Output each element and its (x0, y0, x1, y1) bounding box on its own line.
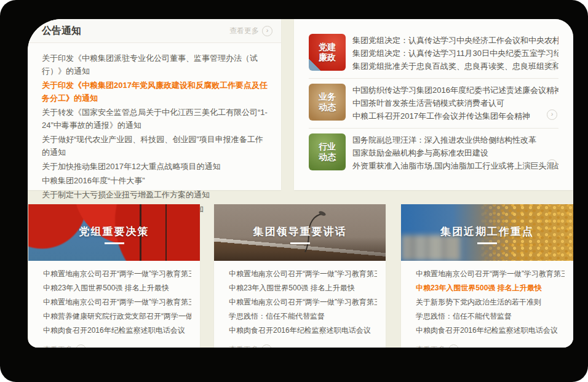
card-item[interactable]: 中粮置地南京公司召开“两学一做”学习教育第三 ... (43, 269, 191, 279)
announcement-item[interactable]: 关于印发《中粮集团派驻专业化公司董事、监事管理办法（试行）》的通知 (42, 52, 268, 78)
news-list: 国务院副总理汪洋：深入推进农业供给侧结构性改革 国家鼓励金融机构参与高标准农田建… (352, 133, 558, 172)
news-item[interactable]: 国家鼓励金融机构参与高标准农田建设 (352, 146, 558, 159)
news-section-party-building: 党建 廉政 集团党组决定：认真传达学习中央经济工作会议和中央农村工作委员会...… (309, 29, 558, 78)
chevron-right-icon: › (76, 344, 86, 348)
title-underline (105, 242, 124, 244)
chevron-right-icon: › (261, 344, 272, 348)
card-item[interactable]: 中粮置地南京公司召开“两学一做”学习教育第三 ... (229, 297, 377, 308)
badge-label: 党建 (319, 42, 336, 52)
title-underline (290, 242, 310, 244)
card-item[interactable]: 中粮营养健康研究院行政党支部召开“两学一做” ... (43, 311, 191, 322)
announcement-item[interactable]: 关于转发《国家安全监管总局关于中化江西三美化工有限公司“1-24”中毒事故的通报… (42, 106, 268, 132)
card-item[interactable]: 学思践悟：信任不能代替监督 (229, 311, 377, 322)
card-item[interactable]: 中粮23年入围世界500强 排名上升最快 (43, 283, 191, 293)
card-item-highlighted[interactable]: 中粮23年入围世界500强 排名上升最快 (416, 283, 565, 293)
industry-news-badge[interactable]: 行业 动态 (309, 133, 346, 170)
announcements-title: 公告通知 (42, 25, 229, 38)
card-item[interactable]: 中粮肉食召开2016年纪检监察述职电话会议 (229, 325, 377, 336)
chevron-right-icon: › (262, 26, 272, 36)
card-hero-red-flags[interactable]: 党组重要决策 (28, 204, 200, 261)
card-title: 集团领导重要讲话 (214, 225, 386, 239)
card-item[interactable]: 学思践悟：信任不能代替监督 (416, 311, 565, 322)
chevron-right-icon: › (448, 344, 459, 348)
title-underline (477, 242, 497, 244)
news-list: 集团党组决定：认真传达学习中央经济工作会议和中央农村工作委员会... 集团党组决… (352, 34, 558, 73)
news-item[interactable]: 中国茶叶首发茶生活营销模式获消费者认可 (352, 97, 558, 109)
silo-image-decoration (401, 235, 491, 261)
announcements-more-link[interactable]: 查看更多 › (229, 26, 272, 36)
news-item[interactable]: 集团党组批准关于忠良百战奖、忠良再读奖、忠良班组奖和忠良百战奖... (352, 60, 558, 73)
card-more-link[interactable]: 查看更多 › (214, 340, 386, 348)
news-section-industry: 行业 动态 国务院副总理汪洋：深入推进农业供给侧结构性改革 国家鼓励金融机构参与… (309, 128, 558, 178)
card-title: 集团近期工作重点 (401, 225, 573, 239)
card-item[interactable]: 中粮肉食召开2016年纪检监察述职电话会议 (416, 325, 565, 336)
announcements-list: 关于印发《中粮集团派驻专业化公司董事、监事管理办法（试行）》的通知 关于印发《中… (28, 43, 281, 215)
party-building-badge[interactable]: 党建 廉政 (309, 34, 346, 71)
card-more-link[interactable]: 查看更多 › (28, 340, 200, 348)
news-panel: 党建 廉政 集团党组决定：认真传达学习中央经济工作会议和中央农村工作委员会...… (294, 19, 573, 190)
card-leader-speeches: 集团领导重要讲话 中粮置地南京公司召开“两学一做”学习教育第三 ... 中粮23… (214, 204, 386, 348)
badge-label: 业务 (319, 92, 336, 102)
announcement-item-highlighted[interactable]: 关于印发《中粮集团2017年党风廉政建设和反腐败工作要点及任务分工》的通知 (42, 79, 268, 105)
badge-label: 动态 (319, 152, 336, 162)
section-more-icon[interactable]: › (547, 109, 557, 120)
announcement-item[interactable]: 关于制定十大亏损企业扭亏增盈工作方案的通知 (42, 188, 268, 201)
card-item[interactable]: 关于新形势下党内政治生活的若干准则 (416, 297, 565, 308)
card-item[interactable]: 中粮23年入围世界500强 排名上升最快 (229, 283, 377, 293)
card-list: 中粮置地南京公司召开“两学一做”学习教育第三 ... 中粮23年入围世界500强… (28, 261, 200, 336)
announcement-item[interactable]: 中粮集团2016年度“十件大事” (42, 174, 268, 187)
section-more-icon[interactable]: › (547, 60, 557, 70)
more-label: 查看更多 (229, 26, 259, 36)
card-list: 中粮置地南京公司召开“两学一做”学习教育第三 ... 中粮23年入围世界500强… (401, 261, 573, 336)
card-more-link[interactable]: 查看更多 › (401, 340, 573, 348)
card-hero-grain[interactable]: 集团近期工作重点 (401, 204, 573, 261)
card-work-priorities: 集团近期工作重点 中粮置地南京公司召开“两学一做”学习教育第三 ... 中粮23… (401, 204, 573, 348)
news-item[interactable]: 外资重获准入油脂市场,国内油脂加工行业或将上演巨头混战 (352, 159, 558, 172)
card-item[interactable]: 中粮置地南京公司召开“两学一做”学习教育第三 ... (229, 269, 377, 279)
more-label: 查看更多 (416, 344, 445, 348)
news-section-business: 业务 动态 中国纺织传达学习集团2016年度纪委书记述责述廉会议精神 中国茶叶首… (309, 78, 558, 128)
news-item[interactable]: 中粮工科召开2017年工作会议并传达集团年会精神 (352, 109, 558, 122)
card-item[interactable]: 中粮置地南京公司召开“两学一做”学习教育第三 ... (43, 297, 191, 308)
card-party-decisions: 党组重要决策 中粮置地南京公司召开“两学一做”学习教育第三 ... 中粮23年入… (28, 204, 200, 348)
card-item[interactable]: 中粮肉食召开2016年纪检监察述职电话会议 (43, 325, 191, 336)
card-title: 党组重要决策 (28, 225, 200, 239)
announcement-item[interactable]: 关于加快推动集团2017年12大重点战略项目的通知 (42, 160, 268, 173)
news-item[interactable]: 集团党组决定：认真传达学习11月30日中央纪委五室学习纪要 (352, 47, 558, 60)
card-list: 中粮置地南京公司召开“两学一做”学习教育第三 ... 中粮23年入围世界500强… (214, 261, 386, 336)
window-frame: 公告通知 查看更多 › 关于印发《中粮集团派驻专业化公司董事、监事管理办法（试行… (0, 0, 588, 382)
more-label: 查看更多 (229, 344, 258, 348)
section-more-icon[interactable]: › (547, 159, 557, 170)
announcements-header: 公告通知 查看更多 › (28, 19, 281, 43)
page-content: 公告通知 查看更多 › 关于印发《中粮集团派驻专业化公司董事、监事管理办法（试行… (28, 19, 573, 348)
announcement-item[interactable]: 关于做好“现代农业产业园、科技园、创业园”项目申报准备工作的通知 (42, 133, 268, 159)
badge-label: 行业 (319, 141, 336, 152)
news-item[interactable]: 国务院副总理汪洋：深入推进农业供给侧结构性改革 (352, 133, 558, 146)
card-hero-lectern[interactable]: 集团领导重要讲话 (214, 204, 386, 261)
news-list: 中国纺织传达学习集团2016年度纪委书记述责述廉会议精神 中国茶叶首发茶生活营销… (352, 84, 558, 122)
announcements-panel: 公告通知 查看更多 › 关于印发《中粮集团派驻专业化公司董事、监事管理办法（试行… (28, 19, 281, 190)
more-label: 查看更多 (43, 344, 73, 348)
business-news-badge[interactable]: 业务 动态 (309, 84, 346, 121)
badge-label: 动态 (319, 102, 336, 113)
badge-label: 廉政 (319, 52, 336, 63)
card-item[interactable]: 中粮置地南京公司召开“两学一做”学习教育第三 ... (416, 269, 565, 279)
news-item[interactable]: 中国纺织传达学习集团2016年度纪委书记述责述廉会议精神 (352, 84, 558, 97)
news-item[interactable]: 集团党组决定：认真传达学习中央经济工作会议和中央农村工作委员会... (352, 34, 558, 47)
